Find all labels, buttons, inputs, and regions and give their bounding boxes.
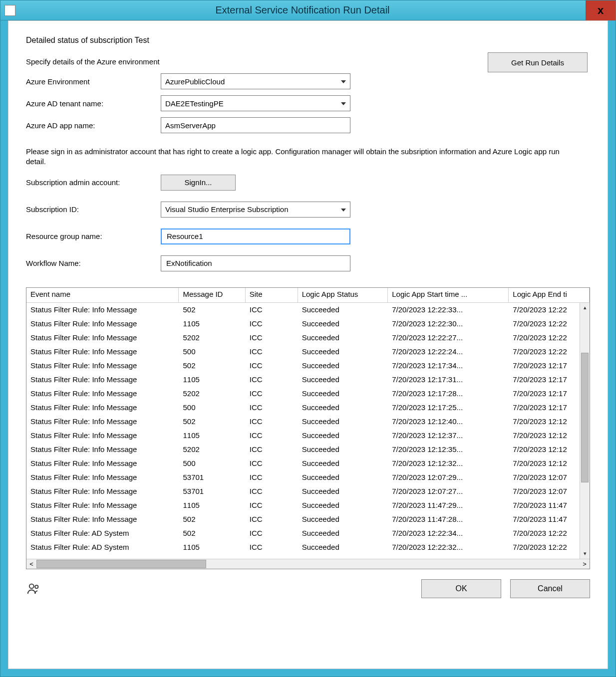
cell-logic-app-end: 7/20/2023 12:17 <box>509 388 590 399</box>
col-logic-app-status[interactable]: Logic App Status <box>298 288 388 302</box>
col-logic-app-end[interactable]: Logic App End ti <box>509 288 590 302</box>
cell-site: ICC <box>246 332 298 343</box>
ok-button[interactable]: OK <box>421 579 501 598</box>
table-row[interactable]: Status Filter Rule: Info Message5202ICCS… <box>26 387 590 401</box>
hscroll-track[interactable] <box>36 559 580 569</box>
cell-logic-app-start: 7/20/2023 12:22:34... <box>388 528 509 538</box>
cell-logic-app-status: Succeeded <box>298 486 388 496</box>
cell-message-id: 53701 <box>179 472 245 482</box>
scroll-up-icon[interactable]: ▴ <box>580 303 590 313</box>
cell-logic-app-end: 7/20/2023 12:22 <box>509 528 590 538</box>
table-row[interactable]: Status Filter Rule: Info Message500ICCSu… <box>26 456 590 470</box>
cell-logic-app-end: 7/20/2023 12:07 <box>509 486 590 496</box>
table-row[interactable]: Status Filter Rule: AD System502ICCSucce… <box>26 526 590 540</box>
table-row[interactable]: Status Filter Rule: Info Message1105ICCS… <box>26 373 590 387</box>
titlebar[interactable]: External Service Notification Run Detail… <box>0 0 616 20</box>
table-row[interactable]: Status Filter Rule: Info Message500ICCSu… <box>26 345 590 359</box>
table-row[interactable]: Status Filter Rule: Info Message502ICCSu… <box>26 512 590 526</box>
cell-site: ICC <box>246 514 298 524</box>
resource-group-input[interactable] <box>161 228 350 244</box>
cell-logic-app-start: 7/20/2023 12:22:32... <box>388 542 509 552</box>
table-row[interactable]: Status Filter Rule: Info Message500ICCSu… <box>26 401 590 415</box>
window-close-button[interactable]: x <box>586 0 616 20</box>
cell-event-name: Status Filter Rule: Info Message <box>26 332 179 343</box>
cell-logic-app-status: Succeeded <box>298 360 388 371</box>
table-row[interactable]: Status Filter Rule: Info Message53701ICC… <box>26 470 590 484</box>
cell-message-id: 1105 <box>179 542 245 552</box>
table-row[interactable]: Status Filter Rule: Info Message5202ICCS… <box>26 443 590 456</box>
cell-logic-app-end: 7/20/2023 12:12 <box>509 430 590 441</box>
horizontal-scrollbar[interactable]: < > <box>26 559 590 569</box>
azure-environment-select[interactable]: AzurePublicCloud <box>161 73 350 89</box>
cell-event-name: Status Filter Rule: Info Message <box>26 388 179 399</box>
cell-logic-app-end: 7/20/2023 12:22 <box>509 346 590 357</box>
cell-logic-app-start: 7/20/2023 12:12:37... <box>388 430 509 441</box>
cell-event-name: Status Filter Rule: Info Message <box>26 458 179 468</box>
cell-message-id: 53701 <box>179 486 245 496</box>
dialog-frame: Detailed status of subscription Test Spe… <box>0 20 616 677</box>
cell-site: ICC <box>246 528 298 538</box>
cell-event-name: Status Filter Rule: Info Message <box>26 430 179 441</box>
cell-event-name: Status Filter Rule: Info Message <box>26 402 179 413</box>
cell-site: ICC <box>246 444 298 454</box>
table-row[interactable]: Status Filter Rule: Info Message53701ICC… <box>26 484 590 498</box>
cancel-button[interactable]: Cancel <box>510 579 590 598</box>
cell-logic-app-end: 7/20/2023 11:47 <box>509 514 590 524</box>
workflow-name-field[interactable] <box>161 255 350 271</box>
scroll-thumb[interactable] <box>581 353 589 482</box>
cell-logic-app-end: 7/20/2023 11:47 <box>509 500 590 510</box>
scroll-right-icon[interactable]: > <box>580 559 590 569</box>
cell-event-name: Status Filter Rule: AD System <box>26 542 179 552</box>
cell-event-name: Status Filter Rule: Info Message <box>26 318 179 329</box>
svg-point-0 <box>29 584 34 588</box>
cell-logic-app-status: Succeeded <box>298 514 388 524</box>
signin-button[interactable]: SignIn... <box>161 175 236 191</box>
azure-environment-value: AzurePublicCloud <box>165 77 225 86</box>
table-row[interactable]: Status Filter Rule: Info Message1105ICCS… <box>26 429 590 443</box>
cell-logic-app-start: 7/20/2023 11:47:28... <box>388 514 509 524</box>
table-row[interactable]: Status Filter Rule: AD System1105ICCSucc… <box>26 540 590 554</box>
cell-logic-app-start: 7/20/2023 12:22:30... <box>388 318 509 329</box>
table-row[interactable]: Status Filter Rule: Info Message502ICCSu… <box>26 303 590 317</box>
cell-site: ICC <box>246 500 298 510</box>
get-run-details-button[interactable]: Get Run Details <box>488 52 588 72</box>
table-row[interactable]: Status Filter Rule: Info Message1105ICCS… <box>26 498 590 512</box>
dialog-window: External Service Notification Run Detail… <box>0 0 616 677</box>
table-row[interactable]: Status Filter Rule: Info Message502ICCSu… <box>26 359 590 373</box>
tenant-name-select[interactable]: DAE2ETestingPE <box>161 95 350 111</box>
resource-group-value[interactable] <box>166 231 345 241</box>
app-name-field: AsmServerApp <box>161 117 350 133</box>
col-logic-app-start[interactable]: Logic App Start time ... <box>388 288 509 302</box>
subscription-id-select[interactable]: Visual Studio Enterprise Subscription <box>161 202 350 218</box>
cell-logic-app-end: 7/20/2023 12:07 <box>509 472 590 482</box>
hscroll-thumb[interactable] <box>36 560 206 568</box>
cell-message-id: 502 <box>179 514 245 524</box>
scroll-left-icon[interactable]: < <box>26 559 36 569</box>
svg-point-1 <box>35 585 38 588</box>
table-row[interactable]: Status Filter Rule: Info Message5202ICCS… <box>26 331 590 345</box>
cell-logic-app-end: 7/20/2023 12:17 <box>509 402 590 413</box>
cell-message-id: 5202 <box>179 388 245 399</box>
cell-message-id: 1105 <box>179 430 245 441</box>
cell-message-id: 502 <box>179 416 245 427</box>
cell-event-name: Status Filter Rule: Info Message <box>26 514 179 524</box>
table-row[interactable]: Status Filter Rule: Info Message1105ICCS… <box>26 317 590 331</box>
col-site[interactable]: Site <box>246 288 298 302</box>
cell-logic-app-end: 7/20/2023 12:22 <box>509 304 590 315</box>
cell-logic-app-status: Succeeded <box>298 500 388 510</box>
workflow-name-value[interactable] <box>165 258 346 268</box>
vertical-scrollbar[interactable]: ▴ ▾ <box>580 303 590 559</box>
scroll-down-icon[interactable]: ▾ <box>580 549 590 559</box>
cell-logic-app-end: 7/20/2023 12:17 <box>509 374 590 385</box>
table-row[interactable]: Status Filter Rule: Info Message502ICCSu… <box>26 415 590 429</box>
cell-message-id: 1105 <box>179 318 245 329</box>
col-message-id[interactable]: Message ID <box>179 288 245 302</box>
cell-site: ICC <box>246 402 298 413</box>
cell-logic-app-status: Succeeded <box>298 458 388 468</box>
cell-site: ICC <box>246 458 298 468</box>
col-event-name[interactable]: Event name <box>26 288 179 302</box>
cell-logic-app-start: 7/20/2023 12:17:31... <box>388 374 509 385</box>
cell-logic-app-start: 7/20/2023 12:12:35... <box>388 444 509 454</box>
cell-event-name: Status Filter Rule: Info Message <box>26 304 179 315</box>
cell-logic-app-start: 7/20/2023 11:47:29... <box>388 500 509 510</box>
